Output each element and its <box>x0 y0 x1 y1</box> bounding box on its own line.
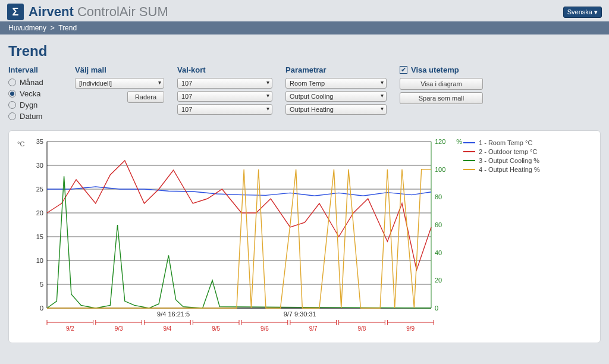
svg-text:10: 10 <box>36 257 43 264</box>
svg-text:0: 0 <box>40 305 43 312</box>
svg-text:35: 35 <box>36 138 43 145</box>
param-select-2[interactable]: Output Heating <box>285 104 387 115</box>
svg-text:20: 20 <box>435 277 442 284</box>
right-axis-unit: % <box>456 138 462 145</box>
interval-option-vecka[interactable]: Vecka <box>8 89 62 98</box>
radio-icon <box>8 101 16 109</box>
show-chart-button[interactable]: Visa i diagram <box>400 78 483 90</box>
svg-text:20: 20 <box>36 209 43 216</box>
param-select-0[interactable]: Room Temp <box>285 78 387 89</box>
card-label: Val-kort <box>177 65 272 74</box>
svg-text:80: 80 <box>435 193 442 200</box>
template-select[interactable]: [Individuell] <box>75 78 164 89</box>
svg-text:9/8: 9/8 <box>358 325 366 332</box>
card-select-1[interactable]: 107 <box>177 91 272 102</box>
svg-text:9/7 9:30:31: 9/7 9:30:31 <box>284 310 316 318</box>
svg-text:25: 25 <box>36 186 43 193</box>
interval-option-månad[interactable]: Månad <box>8 78 62 87</box>
legend-swatch <box>463 160 475 161</box>
svg-text:100: 100 <box>435 166 445 173</box>
card-select-2[interactable]: 107 <box>177 104 272 115</box>
chart-card: °C 051015202530350204060801001209/29/39/… <box>8 130 601 343</box>
legend-swatch <box>463 169 475 170</box>
language-select[interactable]: Svenska ▾ <box>563 7 602 18</box>
page-title: Trend <box>8 43 601 59</box>
svg-text:120: 120 <box>435 138 445 145</box>
svg-text:9/7: 9/7 <box>309 325 318 332</box>
svg-text:9/4 16:21:5: 9/4 16:21:5 <box>157 310 190 318</box>
card-select-0[interactable]: 107 <box>177 78 272 89</box>
brand-name: Airvent <box>29 4 74 19</box>
breadcrumb-home[interactable]: Huvudmeny <box>8 24 46 32</box>
delete-button[interactable]: Radera <box>127 91 164 103</box>
param-select-1[interactable]: Output Cooling <box>285 91 387 102</box>
svg-text:9/6: 9/6 <box>260 325 269 332</box>
svg-text:30: 30 <box>36 162 43 169</box>
chart-legend: 1 - Room Temp °C2 - Outdoor temp °C3 - O… <box>463 137 540 339</box>
svg-text:9/2: 9/2 <box>66 325 74 332</box>
interval-label: Intervall <box>8 65 62 74</box>
svg-text:60: 60 <box>435 221 442 228</box>
breadcrumb: Huvudmeny > Trend <box>0 21 609 34</box>
chart-area[interactable]: 051015202530350204060801001209/29/39/49/… <box>18 137 459 339</box>
template-label: Välj mall <box>75 65 164 74</box>
param-label: Parametrar <box>285 65 387 74</box>
svg-text:9/9: 9/9 <box>406 325 415 332</box>
legend-swatch <box>463 142 475 143</box>
save-template-button[interactable]: Spara som mall <box>400 92 483 104</box>
interval-option-datum[interactable]: Datum <box>8 112 62 121</box>
legend-item: 4 - Output Heating % <box>463 166 540 173</box>
show-outdoor-checkbox[interactable]: ✔ <box>400 66 407 74</box>
radio-icon <box>8 90 16 98</box>
svg-text:9/3: 9/3 <box>115 325 123 332</box>
legend-item: 3 - Output Cooling % <box>463 157 540 164</box>
svg-text:15: 15 <box>36 233 43 240</box>
radio-icon <box>8 79 16 86</box>
trend-chart: 051015202530350204060801001209/29/39/49/… <box>18 137 459 339</box>
svg-text:9/5: 9/5 <box>212 325 220 332</box>
brand: Σ Airvent ControlAir SUM <box>7 4 168 20</box>
logo-icon: Σ <box>7 4 24 20</box>
interval-option-dygn[interactable]: Dygn <box>8 101 62 109</box>
svg-text:5: 5 <box>40 281 43 288</box>
legend-item: 1 - Room Temp °C <box>463 139 540 146</box>
brand-sub: ControlAir SUM <box>77 4 168 19</box>
legend-item: 2 - Outdoor temp °C <box>463 148 540 155</box>
svg-text:0: 0 <box>435 305 438 312</box>
legend-swatch <box>463 151 475 152</box>
breadcrumb-current: Trend <box>58 24 77 32</box>
radio-icon <box>8 112 16 120</box>
svg-text:9/4: 9/4 <box>163 325 171 332</box>
show-outdoor-label: Visa utetemp <box>411 65 459 74</box>
svg-text:40: 40 <box>435 249 442 256</box>
